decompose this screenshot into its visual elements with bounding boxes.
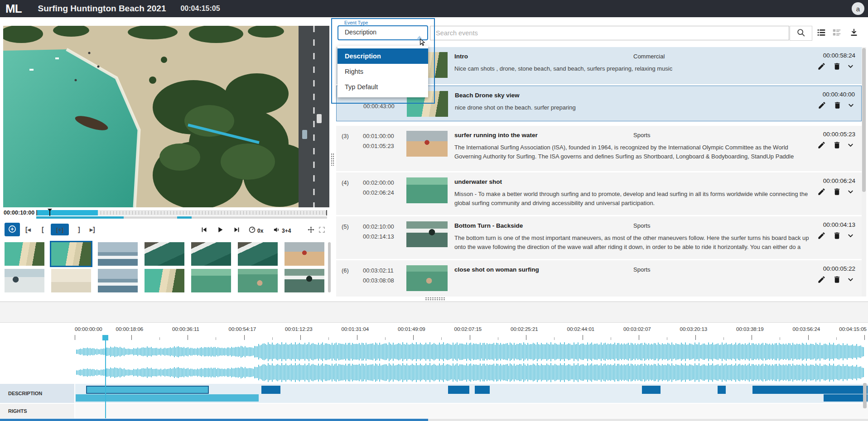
event-row[interactable]: (6)00:03:02:1100:03:08:08close shot on w… [336, 260, 862, 297]
thumbnail-beach-aerial[interactable] [145, 269, 184, 292]
event-thumbnail [406, 177, 448, 203]
skip-to-end-button[interactable] [232, 226, 241, 235]
thumbnail-reef-wave[interactable] [238, 242, 278, 266]
ruler-timecode: 00:01:31:04 [342, 326, 369, 332]
thumbnail-surfer-dark-wave[interactable] [285, 269, 324, 292]
event-type-option[interactable]: Rights [338, 64, 428, 79]
add-event-button[interactable] [5, 223, 20, 236]
timeline-event-segment[interactable] [86, 386, 209, 394]
timeline-event-segment[interactable] [261, 386, 280, 394]
pan-button[interactable] [306, 226, 315, 235]
expand-event-button[interactable] [846, 231, 855, 240]
delete-event-button[interactable] [833, 231, 842, 240]
horizontal-splitter-handle[interactable] [425, 297, 445, 301]
event-row[interactable]: (3)00:01:00:0000:01:05:23surfer running … [336, 126, 862, 171]
ruler-timecode: 00:04:15:05 [839, 326, 867, 332]
timeline-event-segment[interactable] [752, 386, 868, 394]
pencil-icon [817, 64, 826, 72]
ruler-tick [131, 335, 132, 340]
edit-event-button[interactable] [817, 275, 826, 284]
edit-event-button[interactable] [817, 62, 826, 71]
thumbnail-beach-aerial-selected[interactable] [51, 242, 91, 266]
set-in-button[interactable]: [ [42, 225, 44, 234]
event-title: close shot on woman surfing [454, 266, 539, 273]
goto-in-button[interactable]: [◂ [25, 225, 31, 234]
timeline-event-segment[interactable] [718, 386, 726, 394]
track-description-area[interactable] [75, 384, 868, 403]
set-out-button[interactable]: ] [78, 225, 80, 234]
timeline-event-segment[interactable] [448, 386, 469, 394]
timeline-event-segment[interactable] [475, 386, 490, 394]
card-view-button[interactable] [831, 28, 843, 39]
thumbnail-underwater-surfer[interactable] [238, 269, 278, 292]
delete-event-button[interactable] [833, 275, 842, 284]
event-title: Intro [454, 53, 468, 60]
ruler-timecode: 00:02:25:21 [511, 326, 538, 332]
timeline-event-segment[interactable] [76, 394, 259, 402]
ruler-timecode: 00:03:56:24 [793, 326, 820, 332]
search-button[interactable] [790, 26, 812, 41]
audio-channels-button[interactable] [272, 226, 281, 235]
thumbnail-ocean-wave[interactable] [98, 242, 138, 266]
delete-event-button[interactable] [833, 62, 842, 71]
event-title: underwater shot [454, 178, 502, 185]
event-start-timecode: 00:02:10:00 [363, 223, 394, 230]
event-type-option[interactable]: Description [338, 48, 428, 64]
add-circle-icon [8, 225, 17, 235]
thumbnail-surfer-whitewater[interactable] [5, 269, 44, 292]
event-type-option[interactable]: Typ Default [338, 79, 428, 95]
thumbnail-beach-aerial[interactable] [5, 242, 44, 266]
edit-event-button[interactable] [817, 187, 826, 196]
player-scrubber[interactable] [36, 210, 327, 215]
timeline-event-segment[interactable] [642, 386, 660, 394]
audio-waveform[interactable] [0, 341, 868, 384]
thumbnail-reef-wave[interactable] [191, 242, 231, 266]
list-view-button[interactable] [815, 28, 827, 39]
delete-event-button[interactable] [833, 101, 842, 110]
thumbnail-scrollbar[interactable] [328, 242, 331, 292]
event-index: (4) [342, 179, 349, 186]
ruler-mid-tick [554, 337, 555, 340]
edit-event-button[interactable] [817, 231, 826, 240]
timeline-event-segment[interactable] [824, 394, 868, 402]
expand-event-button[interactable] [846, 141, 855, 150]
edit-event-button[interactable] [817, 141, 826, 150]
edit-event-button[interactable] [818, 101, 827, 110]
playback-speed-button[interactable] [247, 226, 256, 235]
track-rights-area[interactable] [75, 404, 868, 418]
expand-event-button[interactable] [846, 187, 855, 196]
expand-event-button[interactable] [846, 275, 855, 284]
thumbnail-ocean-wave[interactable] [98, 269, 138, 292]
play-button[interactable] [216, 226, 225, 235]
expand-event-button[interactable] [846, 62, 855, 71]
search-input[interactable] [430, 26, 789, 40]
scrubber-playhead[interactable] [49, 209, 50, 216]
timeline-ruler[interactable]: 00:00:00:0000:00:18:0600:00:36:1100:00:5… [0, 323, 868, 341]
fullscreen-button[interactable] [317, 226, 326, 235]
vertical-splitter-handle[interactable] [331, 153, 334, 166]
add-event-range-button[interactable]: [+] [51, 224, 69, 235]
user-avatar[interactable]: a [852, 2, 864, 15]
timeline-horizontal-scrollbar-thumb[interactable] [0, 419, 428, 421]
ruler-mid-tick [272, 337, 273, 340]
event-row[interactable]: (5)00:02:10:0000:02:14:13Bottom Turn - B… [336, 216, 862, 259]
download-button[interactable] [848, 28, 860, 39]
timeline-playhead-handle[interactable] [102, 335, 108, 340]
expand-event-button[interactable] [847, 101, 856, 110]
ruler-tick [639, 335, 639, 340]
top-bar: ML Surfing Huntington Beach 2021 00:04:1… [0, 0, 868, 17]
thumbnail-surfer-running-beach[interactable] [285, 242, 324, 266]
thumbnail-underwater-green[interactable] [191, 269, 231, 292]
goto-out-button[interactable]: ▸] [90, 225, 95, 234]
delete-event-button[interactable] [833, 187, 842, 196]
app-logo[interactable]: ML [5, 2, 22, 16]
timeline-horizontal-scrollbar-track[interactable] [0, 419, 868, 421]
timeline-vertical-scrollbar[interactable] [863, 383, 867, 408]
event-row[interactable]: (4)00:02:00:0000:02:06:24underwater shot… [336, 172, 862, 215]
event-list-scrollbar-thumb[interactable] [862, 48, 866, 192]
video-preview[interactable] [3, 26, 329, 207]
thumbnail-reef-wave[interactable] [145, 242, 184, 266]
delete-event-button[interactable] [833, 141, 842, 150]
skip-to-start-button[interactable] [199, 226, 208, 235]
thumbnail-pale-wave[interactable] [51, 269, 91, 292]
